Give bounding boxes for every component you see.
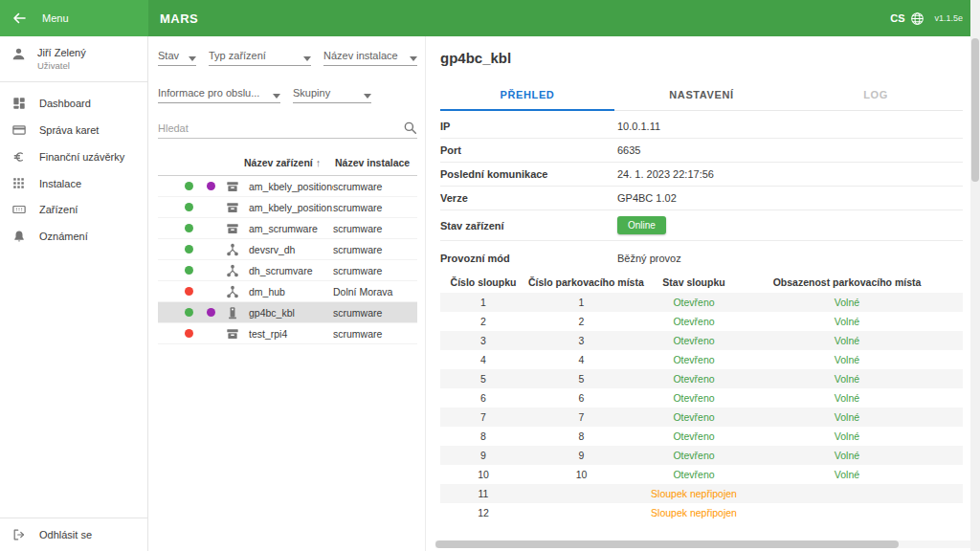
parking-cell: 9 [440,446,526,465]
device-name: gp4bc_kbl [249,307,333,319]
status-badge: Online [617,216,666,234]
logout-button[interactable]: Odhlásit se [0,518,147,551]
parking-cell: Sloupek nepřipojen [636,484,751,503]
sidebar-item-label: Instalace [39,178,81,189]
parking-cell: 8 [526,427,636,446]
tab-prehled[interactable]: PŘEHLED [440,81,614,111]
parking-row: 11OtevřenoVolné [440,293,963,312]
filter-informace-label: Informace pro obslu... [158,87,259,99]
device-install-name: scrumware [333,265,417,276]
search-input[interactable] [158,122,403,134]
parking-cell: 2 [440,312,526,331]
secondary-status-dot [207,182,215,190]
parking-row: 11Sloupek nepřipojen [440,484,963,503]
parking-row: 88OtevřenoVolné [440,427,963,446]
horizontal-scrollbar-thumb[interactable] [435,540,899,548]
device-row-am-kbely-position[interactable]: am_kbely_position... scrumware [158,197,417,218]
parking-cell: 6 [526,388,636,408]
name-header-label: Název zařízení [244,157,313,168]
status-offline-dot [185,287,193,296]
sidebar-item-instalace[interactable]: Instalace [0,170,147,196]
field-stav-zarizeni: Stav zařízeníOnline [440,210,963,241]
parking-cell: Volné [751,350,943,369]
device-name: dh_scrumvare [249,265,333,276]
archive-icon [226,222,240,235]
globe-icon [910,11,924,26]
status-online-dot [185,224,193,232]
parking-cell: Otevřeno [636,312,751,331]
filter-nazev-instalace[interactable]: Název instalace [323,50,417,66]
filter-instalace-label: Název instalace [323,50,398,61]
hub-icon [226,285,240,298]
device-name: test_rpi4 [249,328,333,340]
horizontal-scrollbar[interactable] [435,540,974,548]
content: Jiří Zelený Uživatel Dashboard Správa ka… [0,36,980,551]
parking-column-header: Stav sloupku [636,272,751,293]
device-row-dm-hub[interactable]: dm_hub Dolní Morava [158,281,417,302]
device-row-am-scrumware[interactable]: am_scrumware scrumware [158,218,417,239]
device-row-am-kbely-positioned[interactable]: am_kbely_positioned scrumware [158,176,417,197]
device-name: dm_hub [249,286,333,298]
tab-nastaveni[interactable]: NASTAVENÍ [614,81,789,110]
field-label: Port [440,144,617,156]
device-install-name: scrumware [333,202,417,213]
detail-tabs: PŘEHLEDNASTAVENÍLOG [440,81,963,111]
sidebar-item-zarizeni[interactable]: Zařízení [0,196,147,223]
field-value: Online [617,216,666,234]
status-online-dot [185,182,193,190]
device-name: devsrv_dh [249,244,333,255]
parking-cell: 10 [526,465,636,484]
device-row-gp4bc-kbl[interactable]: gp4bc_kbl scrumware [158,302,417,323]
sidebar-item-dashboard[interactable]: Dashboard [0,90,147,117]
sidebar-item-sprava-karet[interactable]: Správa karet [0,117,147,143]
device-name: am_kbely_positioned [249,181,333,192]
column-header-nazev-zarizeni[interactable]: Název zařízení ↑ [244,157,335,168]
parking-cell: 11 [440,484,526,503]
parking-cell: 6 [440,388,526,408]
field-label: Poslední komunikace [440,168,617,180]
column-header-nazev-instalace[interactable]: Název instalace [335,157,417,168]
device-row-dh-scrumvare[interactable]: dh_scrumvare scrumware [158,260,417,281]
user-profile[interactable]: Jiří Zelený Uživatel [0,36,147,82]
column-icon [226,306,240,320]
sidebar-item-label: Správa karet [39,124,99,136]
language-selector[interactable]: CS [890,11,924,26]
tab-log[interactable]: LOG [789,81,963,110]
parking-cell: 2 [526,312,636,331]
filter-skupiny-label: Skupiny [293,87,330,99]
filter-typ-label: Typ zařízení [209,50,266,61]
parking-cell: 8 [440,427,526,446]
field-ip: IP10.0.1.11 [440,115,963,139]
sidebar-item-financni-uzaverky[interactable]: Finanční uzávěrky [0,143,147,170]
filter-informace[interactable]: Informace pro obslu... [158,87,280,103]
archive-icon [226,327,240,341]
parking-cell: Volné [751,369,943,388]
parking-cell [526,503,636,522]
parking-cell: Volné [751,312,943,331]
vertical-scrollbar[interactable] [970,0,980,551]
filter-skupiny[interactable]: Skupiny [293,87,371,103]
parking-row: 22OtevřenoVolné [440,312,963,331]
parking-cell: Otevřeno [636,350,751,369]
detail-title: gp4bc_kbl [440,50,963,66]
field-verze: VerzeGP4BC 1.02 [440,187,963,210]
status-online-dot [185,245,193,253]
sidebar-item-oznameni[interactable]: Oznámení [0,223,147,250]
device-row-devsrv-dh[interactable]: devsrv_dh scrumware [158,239,417,260]
topbar-menu-section: Menu [0,0,148,36]
user-info: Jiří Zelený Uživatel [37,47,86,71]
filter-stav[interactable]: Stav [158,50,196,66]
device-name: am_scrumware [249,223,333,234]
vertical-scrollbar-thumb[interactable] [971,38,979,182]
parking-cell: Otevřeno [636,369,751,388]
field-label: IP [440,121,617,132]
search-icon[interactable] [403,121,417,135]
parking-cell: 4 [526,350,636,369]
parking-cell: 1 [526,293,636,312]
chevron-down-icon [364,94,371,99]
back-arrow-icon[interactable] [11,11,27,26]
menu-label: Menu [42,12,69,24]
field-label: Stav zařízení [440,220,617,231]
device-row-test-rpi4[interactable]: test_rpi4 scrumware [158,323,417,344]
filter-typ-zarizeni[interactable]: Typ zařízení [209,50,311,66]
